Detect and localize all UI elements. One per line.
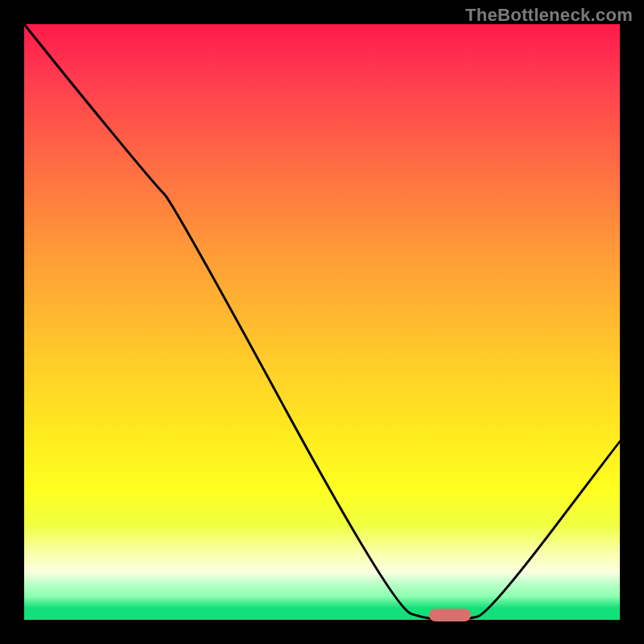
bottleneck-curve: [24, 24, 620, 620]
watermark-label: TheBottleneck.com: [465, 5, 633, 26]
chart-frame: TheBottleneck.com: [0, 0, 644, 644]
curve-path: [24, 24, 620, 620]
optimal-range-marker: [429, 609, 471, 621]
plot-area: [24, 24, 620, 620]
